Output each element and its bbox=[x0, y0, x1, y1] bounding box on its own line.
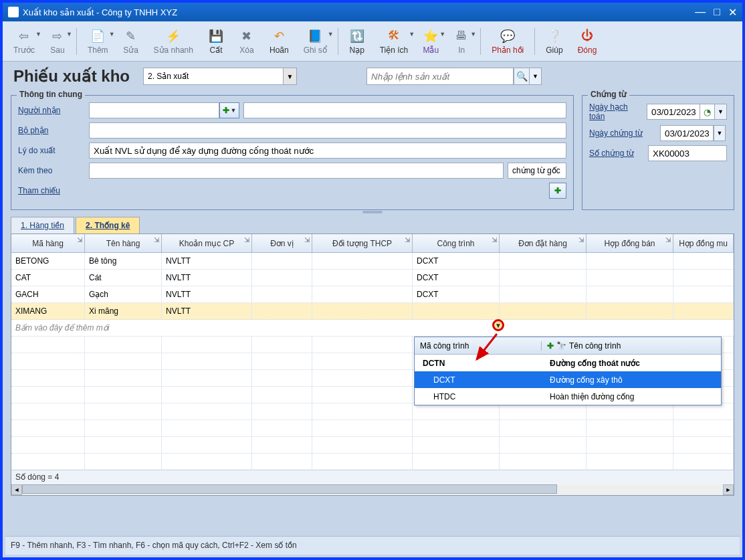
table-row bbox=[11, 420, 734, 437]
undo-icon: ↶ bbox=[271, 28, 287, 44]
app-icon bbox=[8, 7, 19, 17]
toolbar: ⇦Trước▼ ⇨Sau▼ 📄Thêm▼ ✎Sửa ⚡Sửa nhanh 💾Cấ… bbox=[3, 21, 742, 62]
add-recipient-button[interactable]: ✚▼ bbox=[219, 102, 239, 118]
col-km[interactable]: Khoản mục CP⇲ bbox=[162, 234, 252, 252]
table-row bbox=[11, 454, 734, 470]
voucher-type-value: 2. Sản xuất bbox=[148, 72, 189, 81]
popup-row[interactable]: DCTNĐường cống thoát nước bbox=[415, 355, 721, 371]
edit-button[interactable]: ✎Sửa bbox=[118, 27, 144, 56]
next-button[interactable]: ⇨Sau▼ bbox=[44, 27, 71, 56]
floppy-icon: 💾 bbox=[208, 28, 224, 44]
pin-icon: ⇲ bbox=[77, 236, 82, 244]
statusbar: F9 - Thêm nhanh, F3 - Tìm nhanh, F6 - ch… bbox=[5, 536, 740, 555]
magnifier-icon: 🔍 bbox=[516, 71, 528, 82]
table-row[interactable]: XIMANGXi măngNVLTT bbox=[11, 303, 734, 320]
flash-icon: ⚡ bbox=[165, 28, 181, 44]
util-button[interactable]: 🛠Tiện ích▼ bbox=[375, 27, 414, 56]
recipient-code-input[interactable] bbox=[89, 102, 219, 118]
annotation-arrow bbox=[474, 333, 501, 362]
window-title: Xuất kho sản xuất - Công ty TNHH XYZ bbox=[23, 7, 177, 17]
binoculars-icon[interactable]: 🔭 bbox=[556, 341, 566, 351]
add-row-hint[interactable]: Bấm vào đây để thêm mới bbox=[11, 320, 734, 337]
ref-label: Tham chiếu bbox=[18, 186, 85, 195]
close-icon[interactable]: ✕ bbox=[728, 6, 737, 19]
prev-button[interactable]: ⇦Trước▼ bbox=[8, 27, 40, 56]
popup-row[interactable]: HTDCHoàn thiện đường cống bbox=[415, 388, 721, 405]
table-row[interactable]: GACHGạchNVLTTDCXT bbox=[11, 286, 734, 303]
save-button[interactable]: 💾Cất bbox=[203, 27, 229, 56]
attach-label: Kèm theo bbox=[18, 166, 85, 175]
hscrollbar[interactable]: ◄ ► bbox=[11, 484, 734, 495]
dept-input[interactable] bbox=[89, 122, 566, 138]
congtrinh-popup: Mã công trình ✚ 🔭 Tên công trình DCTNĐườ… bbox=[414, 337, 722, 405]
popup-add-icon[interactable]: ✚ bbox=[547, 341, 554, 351]
reason-label: Lý do xuất bbox=[18, 146, 85, 155]
plus-page-icon: 📄 bbox=[90, 28, 106, 44]
add-button[interactable]: 📄Thêm▼ bbox=[82, 27, 114, 56]
search-dropdown[interactable]: ▼ bbox=[530, 68, 542, 85]
refresh-icon: 🔃 bbox=[349, 28, 365, 44]
col-hb[interactable]: Hợp đồng bán⇲ bbox=[587, 234, 673, 252]
col-dd[interactable]: Đơn đặt hàng⇲ bbox=[500, 234, 587, 252]
page-title: Phiếu xuất kho bbox=[13, 67, 130, 86]
general-fieldset: Thông tin chung Người nhận ✚▼ Bộ phận Lý… bbox=[11, 95, 574, 210]
tab-hangtien[interactable]: 1. Hàng tiền bbox=[11, 217, 74, 234]
template-button[interactable]: ⭐Mẫu▼ bbox=[417, 27, 444, 56]
header-row: Phiếu xuất kho 2. Sản xuất ▼ 🔍 ▼ bbox=[3, 62, 742, 88]
vno-label: Số chứng từ bbox=[589, 149, 644, 158]
refresh-button[interactable]: 🔃Nạp bbox=[344, 27, 370, 56]
tools-icon: 🛠 bbox=[386, 28, 402, 44]
cell-dropdown-button[interactable]: ▼ bbox=[492, 319, 504, 331]
col-ct[interactable]: Công trình⇲ bbox=[413, 234, 500, 252]
pencil-icon: ✎ bbox=[123, 28, 139, 44]
tab-thongke[interactable]: 2. Thống kê bbox=[76, 217, 140, 234]
undo-button[interactable]: ↶Hoãn bbox=[264, 27, 294, 56]
feedback-button[interactable]: 💬Phản hồi bbox=[486, 27, 529, 56]
col-ten[interactable]: Tên hàng⇲ bbox=[85, 234, 162, 252]
grid-header: Mã hàng⇲ Tên hàng⇲ Khoản mục CP⇲ Đơn vị⇲… bbox=[11, 234, 734, 253]
vno-input[interactable] bbox=[648, 145, 727, 161]
add-ref-button[interactable]: ✚ bbox=[549, 183, 566, 199]
x-icon: ✖ bbox=[239, 28, 255, 44]
help-button[interactable]: ❔Giúp bbox=[540, 27, 568, 56]
table-row bbox=[11, 437, 734, 454]
table-row[interactable]: CATCátNVLTTDCXT bbox=[11, 270, 734, 286]
arrow-left-icon: ⇦ bbox=[16, 28, 32, 44]
postdate-input[interactable] bbox=[647, 104, 700, 120]
table-row[interactable]: BETONGBê tôngNVLTTDCXT bbox=[11, 253, 734, 270]
voucher-type-combo[interactable]: 2. Sản xuất ▼ bbox=[143, 68, 297, 85]
scroll-left-icon[interactable]: ◄ bbox=[11, 484, 22, 495]
search-button[interactable]: 🔍 bbox=[514, 68, 530, 85]
scroll-right-icon[interactable]: ► bbox=[723, 484, 734, 495]
postdate-label: Ngày hạch toán bbox=[589, 102, 643, 121]
vdate-dropdown[interactable]: ▼ bbox=[714, 125, 726, 141]
minimize-icon[interactable]: — bbox=[695, 6, 706, 19]
maximize-icon[interactable]: □ bbox=[714, 6, 720, 19]
vdate-input[interactable] bbox=[660, 125, 714, 141]
popup-col-name[interactable]: ✚ 🔭 Tên công trình bbox=[542, 341, 721, 351]
col-dt[interactable]: Đối tượng THCP⇲ bbox=[312, 234, 413, 252]
popup-row[interactable]: DCXTĐường cống xây thô bbox=[415, 371, 721, 388]
vdate-label: Ngày chứng từ bbox=[589, 128, 656, 138]
book-icon: 📘 bbox=[307, 28, 323, 44]
delete-button[interactable]: ✖Xóa bbox=[233, 27, 260, 56]
col-hm[interactable]: Hợp đồng mu bbox=[673, 234, 734, 252]
post-button[interactable]: 📘Ghi sổ▼ bbox=[298, 27, 332, 56]
quickedit-button[interactable]: ⚡Sửa nhanh bbox=[148, 27, 199, 56]
attach-input[interactable] bbox=[89, 163, 504, 179]
scroll-thumb[interactable] bbox=[22, 484, 557, 494]
col-dv[interactable]: Đơn vị⇲ bbox=[252, 234, 312, 252]
tabs: 1. Hàng tiền 2. Thống kê bbox=[3, 214, 742, 234]
close-button[interactable]: ⏻Đóng bbox=[572, 27, 603, 56]
svg-line-0 bbox=[477, 334, 497, 359]
clock-icon[interactable]: ◔ bbox=[700, 104, 715, 120]
col-ma[interactable]: Mã hàng⇲ bbox=[11, 234, 85, 252]
search-box: 🔍 ▼ bbox=[366, 68, 542, 85]
reason-input[interactable] bbox=[89, 143, 566, 159]
print-button[interactable]: 🖶In▼ bbox=[448, 27, 475, 56]
table-row bbox=[11, 403, 734, 420]
postdate-dropdown[interactable]: ▼ bbox=[715, 104, 727, 120]
help-icon: ❔ bbox=[546, 28, 562, 44]
search-input[interactable] bbox=[366, 68, 514, 85]
recipient-name-input[interactable] bbox=[243, 102, 566, 118]
